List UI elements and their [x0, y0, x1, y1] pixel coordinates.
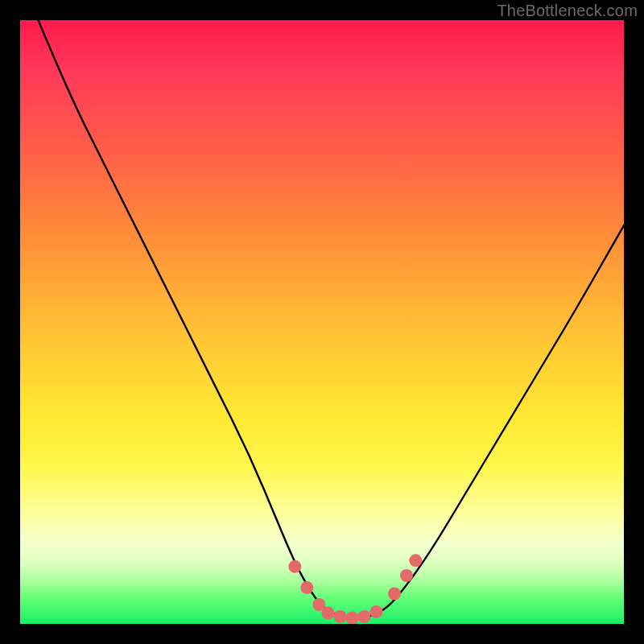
highlight-dot	[409, 554, 422, 567]
highlight-dot	[358, 610, 371, 623]
highlight-dot	[370, 605, 383, 618]
highlight-dot	[400, 569, 413, 582]
highlight-dot	[300, 581, 313, 594]
highlight-dot	[288, 560, 301, 573]
highlight-dot	[322, 607, 335, 620]
plot-area	[20, 20, 624, 624]
highlight-dot	[346, 612, 359, 625]
chart-container: TheBottleneck.com	[0, 0, 644, 644]
bottleneck-curve	[39, 20, 625, 618]
watermark-text: TheBottleneck.com	[497, 2, 638, 20]
highlight-dot	[334, 610, 347, 623]
chart-svg	[20, 20, 624, 624]
highlight-dot	[388, 588, 401, 601]
highlight-dots	[288, 554, 422, 624]
